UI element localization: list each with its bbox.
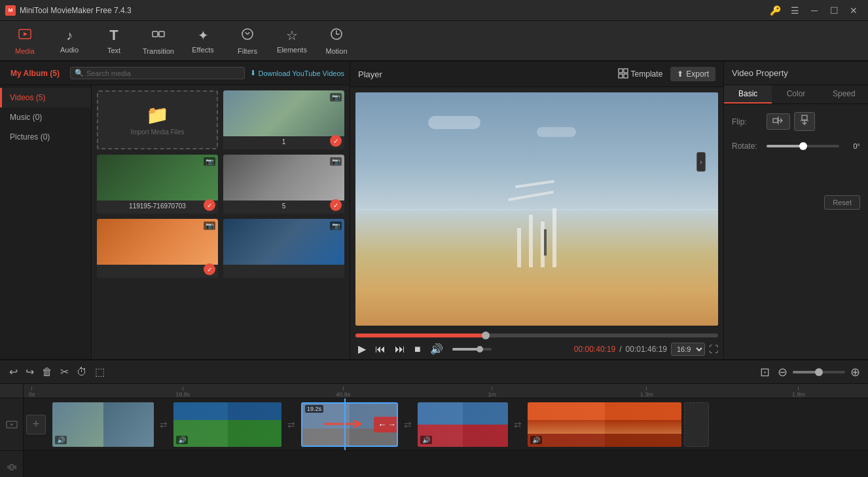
timeline-clip-5[interactable]: 🔊 — [528, 402, 681, 447]
zoom-fit-button[interactable]: ⊡ — [757, 364, 772, 381]
app-icon: M — [5, 5, 16, 16]
transition-3[interactable]: ⇄ — [398, 402, 418, 447]
next-frame-button[interactable]: ⏭ — [392, 342, 408, 356]
split-button[interactable]: ✂ — [56, 363, 73, 381]
player-area: Player Template ⬆ Export — [350, 62, 724, 359]
thumb-label-3: 5 — [223, 200, 344, 210]
transition-1[interactable]: ⇄ — [154, 402, 173, 447]
export-label: Export — [686, 69, 709, 79]
pin-button[interactable]: 🔑 — [766, 1, 784, 20]
zoom-out-button[interactable]: ⊖ — [775, 364, 790, 381]
media-thumb-4[interactable]: 📷 ✓ — [97, 219, 218, 278]
timeline-clip-2[interactable]: 🔊 — [173, 402, 281, 447]
media-thumb-1[interactable]: 📷 ✓ 1 — [223, 90, 344, 149]
my-album-button[interactable]: My Album (5) — [5, 66, 65, 81]
volume-thumb — [477, 346, 483, 353]
sidebar-item-music[interactable]: Music (0) — [0, 107, 91, 127]
zoom-slider[interactable] — [793, 371, 845, 373]
audio-track-icon[interactable] — [0, 451, 24, 477]
toolbar-item-media[interactable]: Media — [3, 22, 47, 60]
clip-3-resize-handle[interactable]: ← → — [377, 404, 397, 446]
undo-button[interactable]: ↩ — [5, 363, 22, 381]
time-total: 00:01:46:19 — [626, 345, 667, 354]
export-button[interactable]: ⬆ Export — [670, 67, 715, 81]
video-track-icon[interactable] — [0, 398, 24, 451]
toolbar-item-audio[interactable]: ♪ Audio — [47, 22, 92, 60]
video-preview — [355, 92, 718, 326]
media-thumb-3[interactable]: 📷 ✓ 5 — [223, 155, 344, 214]
flip-vertical-button[interactable] — [794, 112, 815, 131]
zoom-controls: ⊡ ⊖ ⊕ — [757, 364, 863, 381]
media-thumb-2[interactable]: 📷 ✓ 119195-716970703 — [97, 155, 218, 214]
template-button[interactable]: Template — [618, 68, 663, 81]
prev-frame-button[interactable]: ⏮ — [372, 342, 388, 356]
flip-horizontal-button[interactable] — [767, 113, 790, 130]
timeline-clip-3[interactable]: 19.2s ← → — [301, 402, 398, 447]
aspect-ratio-select[interactable]: 16:9 9:16 4:3 — [671, 343, 705, 356]
toolbar-item-motion[interactable]: Motion — [314, 22, 359, 60]
add-track-button[interactable]: + — [26, 415, 46, 434]
color-tab-label: Color — [787, 89, 806, 98]
toolbar-item-transition[interactable]: Transition — [136, 22, 181, 60]
delete-button[interactable]: 🗑 — [38, 364, 56, 381]
zoom-in-button[interactable]: ⊕ — [848, 364, 863, 381]
video-property-header: Video Property — [724, 62, 868, 85]
search-media-input[interactable]: 🔍 Search media — [70, 67, 245, 79]
maximize-button[interactable]: ☐ — [825, 1, 843, 20]
flip-label: Flip: — [732, 117, 761, 126]
volume-button[interactable]: 🔊 — [427, 341, 446, 356]
tab-basic[interactable]: Basic — [724, 85, 772, 104]
import-media-button[interactable]: 📁 Import Media Files — [97, 90, 218, 149]
timeline-clip-4[interactable]: 🔊 — [418, 402, 508, 447]
stop-button[interactable]: ■ — [412, 342, 424, 356]
pictures-label: Pictures (0) — [10, 132, 50, 142]
media-thumb-5[interactable]: 📷 — [223, 219, 344, 278]
selected-check-1: ✓ — [330, 135, 342, 147]
transition-4[interactable]: ⇄ — [508, 402, 528, 447]
close-button[interactable]: ✕ — [844, 1, 863, 20]
property-content: Flip: Rotate: 0° — [724, 104, 868, 359]
transition-2[interactable]: ⇄ — [281, 402, 301, 447]
audio-track — [24, 451, 868, 477]
collapse-panel-button[interactable]: › — [696, 152, 706, 172]
progress-fill — [355, 334, 486, 337]
reset-button[interactable]: Reset — [824, 195, 860, 210]
timeline-clip-1[interactable]: 🔊 — [52, 402, 154, 447]
play-button[interactable]: ▶ — [355, 341, 369, 356]
toolbar-item-filters[interactable]: Filters — [225, 22, 270, 60]
thumb-label-4 — [97, 265, 218, 267]
rotate-slider[interactable] — [767, 145, 839, 147]
toolbar-item-effects[interactable]: ✦ Effects — [181, 22, 225, 60]
thumb-label-2: 119195-716970703 — [97, 200, 218, 210]
text-icon: T — [109, 27, 118, 44]
ruler-mark-2: 40.8s — [336, 387, 350, 398]
left-panel: My Album (5) 🔍 Search media ⬇ Download Y… — [0, 62, 350, 359]
download-youtube-button[interactable]: ⬇ Download YouTube Videos — [250, 69, 345, 77]
music-label: Music (0) — [10, 113, 42, 122]
volume-slider[interactable] — [452, 348, 492, 351]
timeline-area: ↩ ↪ 🗑 ✂ ⏱ ⬚ ⊡ ⊖ ⊕ — [0, 359, 868, 477]
audio-detach-button[interactable]: ⏱ — [73, 364, 91, 381]
svg-rect-2 — [153, 31, 158, 37]
minimize-button[interactable]: ─ — [805, 1, 823, 20]
template-icon — [618, 68, 628, 81]
redo-button[interactable]: ↪ — [22, 363, 38, 381]
property-tabs: Basic Color Speed — [724, 85, 868, 104]
export-icon: ⬆ — [677, 69, 683, 79]
timeline-tracks-header — [0, 384, 24, 477]
progress-bar[interactable] — [355, 334, 718, 337]
rotate-label: Rotate: — [732, 142, 761, 151]
svg-rect-10 — [773, 119, 778, 123]
player-header: Player Template ⬆ Export — [350, 62, 723, 87]
sidebar-item-videos[interactable]: Videos (5) — [0, 88, 91, 107]
crop-button[interactable]: ⬚ — [91, 363, 109, 381]
toolbar-item-elements[interactable]: ☆ Elements — [270, 22, 314, 60]
fullscreen-button[interactable]: ⛶ — [709, 344, 718, 354]
tab-speed[interactable]: Speed — [820, 85, 868, 104]
toolbar-item-text[interactable]: T Text — [92, 22, 136, 60]
sidebar-item-pictures[interactable]: Pictures (0) — [0, 127, 91, 147]
player-controls: ▶ ⏮ ⏭ ■ 🔊 00:00:40:19 / 00:01:46:19 16:9… — [355, 341, 718, 356]
menu-button[interactable]: ☰ — [786, 1, 804, 20]
tab-color[interactable]: Color — [772, 85, 820, 104]
rotate-value: 0° — [844, 142, 860, 150]
